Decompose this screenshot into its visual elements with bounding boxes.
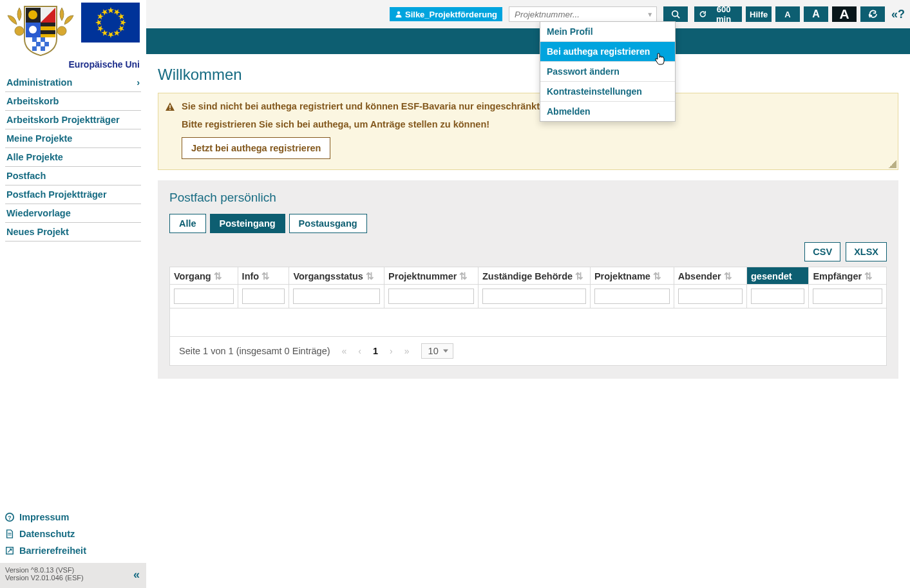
warning-text-1: Sie sind nicht bei authega registriert u…	[182, 101, 887, 111]
sort-icon: ⇅	[459, 271, 468, 281]
pager: Seite 1 von 1 (insgesamt 0 Einträge) « ‹…	[169, 337, 887, 366]
font-small-button[interactable]: A	[775, 6, 800, 22]
help-button[interactable]: Hilfe	[746, 6, 772, 22]
sidebar-item-label: Wiedervorlage	[6, 208, 71, 218]
user-menu-button[interactable]: Silke_Projektförderung	[390, 7, 502, 21]
filter-info[interactable]	[242, 289, 285, 304]
dropdown-item-4[interactable]: Abmelden	[540, 102, 675, 121]
tab-postausgang[interactable]: Postausgang	[289, 214, 367, 233]
sidebar-item-3[interactable]: Meine Projekte	[5, 129, 141, 148]
filter-projektname[interactable]	[594, 289, 670, 304]
sidebar-item-7[interactable]: Wiedervorlage	[5, 204, 141, 223]
warning-icon	[165, 102, 175, 112]
barrierefreiheit-link[interactable]: Barrierefreiheit	[5, 542, 141, 559]
panel-title: Postfach persönlich	[169, 191, 887, 205]
sidebar-nav: Administration›ArbeitskorbArbeitskorb Pr…	[0, 73, 146, 242]
sort-icon: ⇅	[575, 271, 583, 281]
sidebar-item-label: Meine Projekte	[6, 133, 72, 144]
filter-projektnummer[interactable]	[388, 289, 474, 304]
footer-link-label: Datenschutz	[19, 529, 75, 539]
version-line: Version V2.01.046 (ESF)	[5, 574, 141, 582]
sidebar-item-6[interactable]: Postfach Projektträger	[5, 185, 141, 204]
content: Willkommen Sie sind nicht bei authega re…	[146, 54, 910, 379]
filter-vorgang[interactable]	[174, 289, 234, 304]
postfach-tabs: AllePosteingangPostausgang	[169, 214, 887, 233]
datenschutz-link[interactable]: Datenschutz	[5, 526, 141, 542]
tab-posteingang[interactable]: Posteingang	[210, 214, 285, 233]
col-info[interactable]: Info⇅	[238, 267, 289, 285]
pager-prev-icon[interactable]: ‹	[358, 346, 361, 356]
col-gesendet[interactable]: gesendet	[746, 267, 808, 285]
pager-last-icon[interactable]: »	[404, 346, 410, 356]
col-projektnummer[interactable]: Projektnummer⇅	[384, 267, 479, 285]
col-absender[interactable]: Absender⇅	[674, 267, 746, 285]
pager-summary: Seite 1 von 1 (insgesamt 0 Einträge)	[179, 346, 330, 356]
collapse-sidebar-icon[interactable]: «	[133, 568, 140, 582]
eu-flag-logo	[81, 3, 140, 43]
footer-link-label: Barrierefreiheit	[19, 545, 86, 556]
header-bar	[146, 28, 910, 54]
session-timer-value: 600 min	[710, 5, 738, 24]
dropdown-item-3[interactable]: Kontrasteinstellungen	[540, 82, 675, 102]
dropdown-item-2[interactable]: Passwort ändern	[540, 62, 675, 82]
sidebar-item-1[interactable]: Arbeitskorb	[5, 92, 141, 111]
sidebar-item-label: Arbeitskorb Projektträger	[6, 115, 120, 125]
topbar-right: 600 min Hilfe A A A «?	[694, 6, 905, 22]
col-vorgang[interactable]: Vorgang⇅	[170, 267, 238, 285]
user-dropdown: Mein ProfilBei authega registrierenPassw…	[540, 21, 676, 122]
tab-alle[interactable]: Alle	[169, 214, 206, 233]
filter-empfänger[interactable]	[813, 289, 882, 304]
pager-first-icon[interactable]: «	[342, 346, 347, 356]
chevron-right-icon: ›	[137, 77, 140, 88]
filter-gesendet[interactable]	[751, 289, 804, 304]
svg-point-1	[28, 10, 37, 19]
search-wrapper: ▼	[509, 6, 657, 22]
svg-text:?: ?	[8, 515, 11, 521]
sort-icon: ⇅	[864, 271, 873, 281]
sidebar-item-0[interactable]: Administration›	[5, 73, 141, 92]
dropdown-item-0[interactable]: Mein Profil	[540, 22, 675, 42]
svg-point-3	[29, 26, 37, 33]
export-csv-button[interactable]: CSV	[804, 242, 840, 261]
main-area: Silke_Projektförderung ▼ 600 min Hilfe A…	[146, 0, 910, 588]
sidebar-item-5[interactable]: Postfach	[5, 167, 141, 185]
session-timer-button[interactable]: 600 min	[694, 6, 742, 22]
pager-next-icon[interactable]: ›	[390, 346, 393, 356]
postfach-panel: Postfach persönlich AllePosteingangPosta…	[158, 180, 898, 379]
sort-icon: ⇅	[366, 271, 374, 281]
external-link-icon	[5, 546, 14, 555]
svg-point-14	[57, 26, 66, 35]
context-help-icon[interactable]: «?	[891, 8, 905, 21]
refresh-icon	[868, 10, 877, 19]
sidebar-item-2[interactable]: Arbeitskorb Projektträger	[5, 111, 141, 129]
sort-icon: ⇅	[261, 271, 270, 281]
sidebar-item-8[interactable]: Neues Projekt	[5, 223, 141, 242]
postfach-table: Vorgang⇅Info⇅Vorgangsstatus⇅Projektnumme…	[169, 267, 887, 337]
filter-vorgangsstatus[interactable]	[293, 289, 380, 304]
footer-links: ? Impressum Datenschutz Barrierefreiheit	[0, 505, 146, 563]
filter-zuständige-behörde[interactable]	[482, 289, 586, 304]
sidebar-item-4[interactable]: Alle Projekte	[5, 148, 141, 167]
sidebar-item-label: Postfach	[6, 171, 46, 181]
export-xlsx-button[interactable]: XLSX	[846, 242, 887, 261]
table-empty-row	[170, 308, 887, 337]
register-authega-button[interactable]: Jetzt bei authega registrieren	[182, 137, 330, 159]
refresh-button[interactable]	[860, 6, 885, 22]
font-large-button[interactable]: A	[832, 6, 857, 22]
font-medium-button[interactable]: A	[804, 6, 828, 22]
svg-rect-7	[32, 37, 37, 42]
sidebar-item-label: Administration	[6, 77, 72, 88]
impressum-link[interactable]: ? Impressum	[5, 509, 141, 526]
page-size-select[interactable]: 10	[421, 343, 453, 359]
document-icon	[5, 529, 14, 538]
col-empfänger[interactable]: Empfänger⇅	[809, 267, 887, 285]
col-zuständige-behörde[interactable]: Zuständige Behörde⇅	[478, 267, 590, 285]
project-search-input[interactable]	[509, 6, 657, 22]
dropdown-item-1[interactable]: Bei authega registrieren	[540, 42, 675, 62]
filter-absender[interactable]	[678, 289, 743, 304]
col-projektname[interactable]: Projektname⇅	[590, 267, 674, 285]
svg-rect-11	[32, 46, 37, 51]
footer-link-label: Impressum	[19, 512, 69, 522]
search-button[interactable]	[663, 6, 688, 22]
col-vorgangsstatus[interactable]: Vorgangsstatus⇅	[289, 267, 384, 285]
